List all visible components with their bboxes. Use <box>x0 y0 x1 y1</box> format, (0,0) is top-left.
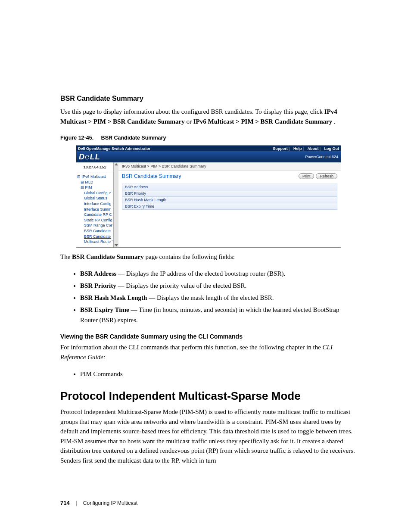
scroll-down-icon[interactable] <box>115 244 118 246</box>
app-top-bar: Dell OpenManage Switch Administrator Sup… <box>76 146 341 151</box>
heading-pimsm: Protocol Independent Multicast-Sparse Mo… <box>60 389 355 403</box>
page-number: 714 <box>60 500 70 506</box>
intro-paragraph: Use this page to display information abo… <box>60 107 355 126</box>
after-fig-strong: BSR Candidate Summary <box>72 253 144 260</box>
heading-cli: Viewing the BSR Candidate Summary using … <box>60 333 355 340</box>
logo-bar: D℮LL PowerConnect 624 <box>76 151 341 162</box>
field-desc: — Displays the priority value of the ele… <box>116 282 246 289</box>
tree-item[interactable]: Interface Summ <box>84 207 112 212</box>
intro-mid: or <box>187 118 193 125</box>
link-about[interactable]: About <box>307 146 318 151</box>
tree-item[interactable]: Global Configur <box>84 190 112 196</box>
intro-post: . <box>334 118 336 125</box>
field-rows: BSR AddressBSR PriorityBSR Hash Mask Len… <box>122 184 337 210</box>
tree-item[interactable]: BSR Candidate <box>84 228 112 234</box>
field-desc: — Displays the mask length of the electe… <box>147 294 274 301</box>
figure-number: Figure 12-45. <box>60 135 93 141</box>
field-name: BSR Expiry Time <box>80 306 129 313</box>
dell-logo: D℮LL <box>79 152 100 162</box>
tree-item[interactable]: Candidate RP C <box>84 212 112 218</box>
sidebar-scrollbar[interactable] <box>114 162 118 247</box>
tree-item[interactable]: Multicast Route Ta <box>84 239 112 245</box>
sidebar-ip: 10.27.64.151 <box>76 162 113 172</box>
pimsm-paragraph: Protocol Independent Multicast-Sparse Mo… <box>60 407 355 465</box>
heading-bsr-summary: BSR Candidate Summary <box>60 95 355 103</box>
field-bullet: BSR Hash Mask Length — Displays the mask… <box>80 292 355 303</box>
cli-bullet-list: PIM Commands <box>60 369 355 379</box>
breadcrumb: IPv6 Multicast > PIM > BSR Candidate Sum… <box>118 162 341 171</box>
footer-chapter: Configuring IP Multicast <box>83 500 138 506</box>
field-name: BSR Address <box>80 270 116 277</box>
page-footer: 714 | Configuring IP Multicast <box>60 500 355 506</box>
figure-caption: Figure 12-45. BSR Candidate Summary <box>60 135 355 141</box>
app-title: Dell OpenManage Switch Administrator <box>78 146 150 151</box>
field-row: BSR Address <box>122 184 337 190</box>
device-label: PowerConnect 624 <box>305 155 338 159</box>
field-bullet: BSR Address — Displays the IP address of… <box>80 268 355 279</box>
field-bullet: BSR Priority — Displays the priority val… <box>80 280 355 291</box>
tree-item[interactable]: Static RP Config <box>84 218 112 223</box>
field-bullet: BSR Expiry Time — Time (in hours, minute… <box>80 305 355 325</box>
tree-pim[interactable]: ⊟ PIM <box>81 185 112 190</box>
main-panel: IPv6 Multicast > PIM > BSR Candidate Sum… <box>118 162 341 247</box>
field-name: BSR Hash Mask Length <box>80 294 147 301</box>
figure-screenshot: Dell OpenManage Switch Administrator Sup… <box>76 145 341 248</box>
cli-bullet-item: PIM Commands <box>80 369 355 379</box>
field-row: BSR Hash Mask Length <box>122 197 337 203</box>
figure-title: BSR Candidate Summary <box>101 135 166 141</box>
after-fig-tail: page contains the following fields: <box>146 253 235 260</box>
footer-separator-icon: | <box>76 500 77 506</box>
nav-tree[interactable]: ⊟ IPv6 Multicast ⊞ MLD ⊟ PIM Global Conf… <box>76 172 113 247</box>
sidebar: 10.27.64.151 ⊟ IPv6 Multicast ⊞ MLD ⊟ PI… <box>76 162 114 247</box>
tree-item[interactable]: Interface Config <box>84 201 112 207</box>
cli-paragraph: For information about the CLI commands t… <box>60 342 355 362</box>
panel-title: BSR Candidate Summary <box>122 173 181 179</box>
refresh-button[interactable]: Refresh <box>316 173 337 179</box>
tree-item[interactable]: Global Status <box>84 196 112 201</box>
tree-mld[interactable]: ⊞ MLD <box>81 180 112 185</box>
intro-pre: Use this page to display information abo… <box>60 108 324 115</box>
tree-item[interactable]: BSR Candidate <box>84 234 112 240</box>
cli-text: For information about the CLI commands t… <box>60 344 323 351</box>
link-help[interactable]: Help <box>293 146 302 151</box>
field-row: BSR Priority <box>122 190 337 197</box>
tree-item[interactable]: SSM Range Con <box>84 223 112 228</box>
link-support[interactable]: Support <box>273 146 288 151</box>
scroll-up-icon[interactable] <box>115 163 118 165</box>
tree-root[interactable]: ⊟ IPv6 Multicast <box>77 174 112 180</box>
field-desc: — Displays the IP address of the elected… <box>116 270 285 277</box>
print-button[interactable]: Print <box>299 173 314 179</box>
intro-path2: IPv6 Multicast > PIM > BSR Candidate Sum… <box>193 118 333 125</box>
field-bullet-list: BSR Address — Displays the IP address of… <box>60 268 355 325</box>
after-figure-text: The BSR Candidate Summary page contains … <box>60 252 355 262</box>
after-fig-pre: The <box>60 253 72 260</box>
field-name: BSR Priority <box>80 282 116 289</box>
field-row: BSR Expiry Time <box>122 203 337 210</box>
link-logout[interactable]: Log Out <box>324 146 339 151</box>
